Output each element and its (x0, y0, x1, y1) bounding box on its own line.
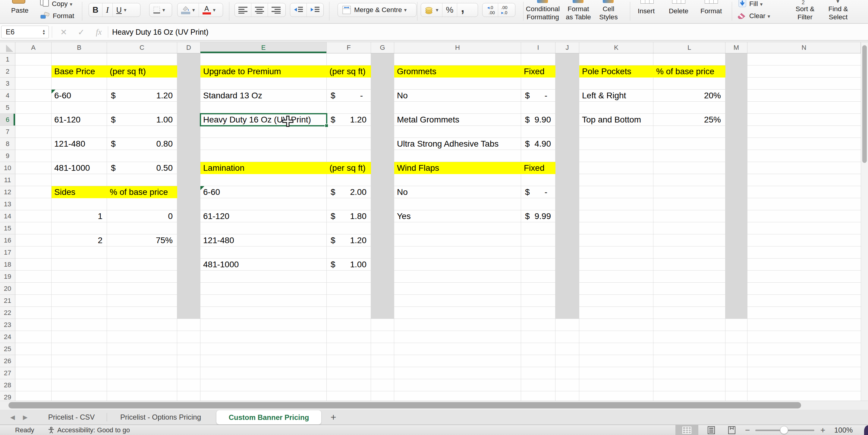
cell-H4[interactable]: No (394, 90, 521, 102)
vertical-scrollbar[interactable] (861, 42, 868, 401)
row-header-9[interactable]: 9 (0, 150, 15, 162)
cell-B10[interactable]: 481-1000 (52, 162, 107, 174)
cell-E2[interactable]: Upgrade to Premium (200, 65, 327, 78)
cell-H8[interactable]: Ultra Strong Adhesive Tabs (394, 138, 521, 150)
format-painter-button[interactable]: Format (53, 12, 74, 20)
zoom-slider-knob[interactable] (780, 426, 788, 434)
cell-C10[interactable]: $0.50 (107, 162, 177, 174)
next-sheet-icon[interactable]: ▶ (23, 410, 27, 425)
row-header-17[interactable]: 17 (0, 246, 15, 259)
format-as-table-button[interactable]: Format as Table (564, 5, 592, 21)
cell-I6[interactable]: $9.90 (521, 114, 555, 126)
gray-column-D[interactable] (177, 53, 200, 319)
row-header-7[interactable]: 7 (0, 126, 15, 138)
column-header-C[interactable]: C (107, 42, 177, 53)
underline-button[interactable]: U (113, 3, 130, 17)
cell-F6[interactable]: $1.20 (327, 114, 371, 126)
horizontal-scrollbar-thumb[interactable] (8, 402, 801, 408)
row-header-23[interactable]: 23 (0, 319, 15, 331)
cell-F12[interactable]: $2.00 (327, 186, 371, 198)
merge-centre-button[interactable]: Merge & Centre (338, 3, 416, 17)
bold-button[interactable]: B (89, 3, 102, 17)
tab-pricelist-csv[interactable]: Pricelist - CSV (36, 410, 107, 425)
cell-C16[interactable]: 75% (107, 234, 177, 246)
row-header-20[interactable]: 20 (0, 283, 15, 295)
cell-L4[interactable]: 20% (653, 90, 725, 102)
percent-format-button[interactable]: % (442, 3, 458, 17)
cancel-icon[interactable]: ✕ (60, 24, 67, 40)
row-header-16[interactable]: 16 (0, 234, 15, 246)
column-header-L[interactable]: L (653, 42, 725, 53)
column-header-B[interactable]: B (52, 42, 107, 53)
currency-format-button[interactable] (421, 3, 442, 17)
fill-button[interactable]: Fill (749, 0, 763, 8)
cell-B12[interactable]: Sides (52, 186, 107, 198)
row-header-1[interactable]: 1 (0, 53, 15, 65)
column-header-H[interactable]: H (394, 42, 521, 53)
vertical-scrollbar-thumb[interactable] (862, 45, 867, 163)
fx-icon[interactable]: fx (96, 24, 102, 40)
page-layout-view-button[interactable] (702, 425, 720, 435)
cell-E14[interactable]: 61-120 (200, 210, 327, 222)
cell-H6[interactable]: Metal Grommets (394, 114, 521, 126)
align-center-button[interactable] (251, 3, 268, 17)
italic-button[interactable]: I (102, 3, 113, 17)
row-header-12[interactable]: 12 (0, 186, 15, 198)
cell-styles-button[interactable]: Cell Styles (598, 5, 619, 21)
row-header-6[interactable]: 6 (0, 114, 15, 126)
column-header-F[interactable]: F (327, 42, 371, 53)
row-header-10[interactable]: 10 (0, 162, 15, 174)
cell-B14[interactable]: 1 (52, 210, 107, 222)
comma-format-button[interactable]: , (457, 3, 468, 17)
clear-button[interactable]: Clear (749, 12, 770, 20)
row-header-27[interactable]: 27 (0, 367, 15, 379)
cell-F18[interactable]: $1.00 (327, 259, 371, 270)
paste-button[interactable]: Paste (11, 7, 29, 14)
row-header-4[interactable]: 4 (0, 90, 15, 102)
conditional-formatting-button[interactable]: Conditional Formatting (524, 5, 561, 21)
horizontal-scrollbar[interactable] (0, 401, 868, 410)
font-color-button[interactable]: A (199, 3, 219, 17)
cell-F4[interactable]: $- (327, 90, 371, 102)
column-header-D[interactable]: D (177, 42, 200, 53)
cell-L6[interactable]: 25% (653, 114, 725, 126)
cell-B4[interactable]: 6-60 (52, 90, 107, 102)
cell-C4[interactable]: $1.20 (107, 90, 177, 102)
align-left-button[interactable] (235, 3, 251, 17)
cell-F10[interactable]: (per sq ft) (327, 162, 371, 174)
enter-icon[interactable]: ✓ (78, 24, 85, 40)
formula-input[interactable]: Heavy Duty 16 Oz (UV Print) (112, 24, 209, 40)
row-header-2[interactable]: 2 (0, 65, 15, 78)
cell-C6[interactable]: $1.00 (107, 114, 177, 126)
cell-B6[interactable]: 61-120 (52, 114, 107, 126)
cell-C14[interactable]: 0 (107, 210, 177, 222)
column-header-N[interactable]: N (747, 42, 861, 53)
name-box[interactable]: E6 ▲▼ (1, 26, 49, 38)
cell-B8[interactable]: 121-480 (52, 138, 107, 150)
cell-H12[interactable]: No (394, 186, 521, 198)
sort-filter-button[interactable]: Sort & Filter (793, 5, 817, 21)
cell-F16[interactable]: $1.20 (327, 234, 371, 246)
cell-I12[interactable]: $- (521, 186, 555, 198)
increase-indent-button[interactable] (307, 3, 323, 17)
name-box-stepper[interactable]: ▲▼ (42, 29, 49, 35)
gray-column-G[interactable] (371, 53, 394, 319)
cell-L2[interactable]: % of base price (653, 65, 725, 78)
column-header-G[interactable]: G (371, 42, 394, 53)
cell-H14[interactable]: Yes (394, 210, 521, 222)
column-header-A[interactable]: A (16, 42, 52, 53)
cell-H10[interactable]: Wind Flaps (394, 162, 521, 174)
cell-C8[interactable]: $0.80 (107, 138, 177, 150)
page-break-view-button[interactable] (723, 425, 741, 435)
column-header-E[interactable]: E (200, 42, 327, 53)
row-header-29[interactable]: 29 (0, 391, 15, 401)
cell-E16[interactable]: 121-480 (200, 234, 327, 246)
fill-handle[interactable] (324, 124, 329, 127)
normal-view-button[interactable] (675, 425, 698, 435)
column-header-K[interactable]: K (579, 42, 653, 53)
cell-F2[interactable]: (per sq ft) (327, 65, 371, 78)
row-header-11[interactable]: 11 (0, 174, 15, 186)
cell-E4[interactable]: Standard 13 Oz (200, 90, 327, 102)
cell-K6[interactable]: Top and Bottom (579, 114, 653, 126)
cell-F14[interactable]: $1.80 (327, 210, 371, 222)
